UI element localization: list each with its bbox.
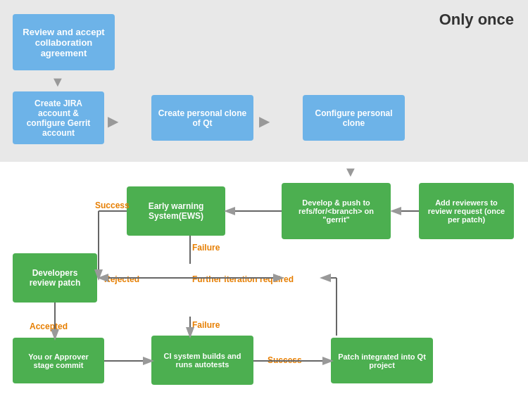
ews-box: Early warning System(EWS) bbox=[127, 186, 225, 236]
develop-box: Develop & push to refs/for/<branch> on "… bbox=[282, 183, 391, 239]
patch-box: Patch integrated into Qt project bbox=[331, 338, 433, 383]
label-failure-1: Failure bbox=[192, 243, 220, 253]
reviewers-box: Add reviewers to review request (once pe… bbox=[419, 183, 514, 239]
ci-box: CI system builds and runs autotests bbox=[151, 336, 253, 385]
top-section: Only once Review and accept collaboratio… bbox=[0, 0, 528, 162]
label-accepted: Accepted bbox=[30, 322, 68, 331]
label-success-ews: Success bbox=[95, 201, 130, 210]
arrow-right-jira: ▶ bbox=[108, 113, 118, 129]
arrow-down-review: ▼ bbox=[51, 74, 65, 90]
youorapprover-box: You or Approver stage commit bbox=[13, 338, 104, 383]
configure-box: Configure personal clone bbox=[303, 95, 405, 141]
arrow-down-mid: ▼ bbox=[344, 164, 358, 180]
review-box: Review and accept collaboration agreemen… bbox=[13, 14, 115, 70]
clone-box: Create personal clone of Qt bbox=[151, 95, 253, 141]
devreview-box: Developers review patch bbox=[13, 253, 97, 303]
label-failure-2: Failure bbox=[192, 320, 220, 330]
main-container: Only once Review and accept collaboratio… bbox=[0, 0, 528, 420]
label-further: Further iteration required bbox=[192, 274, 294, 284]
arrow-right-clone: ▶ bbox=[259, 113, 270, 129]
jira-box: Create JIRA account & configure Gerrit a… bbox=[13, 91, 104, 144]
only-once-label: Only once bbox=[439, 11, 514, 29]
label-success-ci: Success bbox=[268, 355, 302, 365]
label-rejected: Rejected bbox=[104, 274, 139, 284]
